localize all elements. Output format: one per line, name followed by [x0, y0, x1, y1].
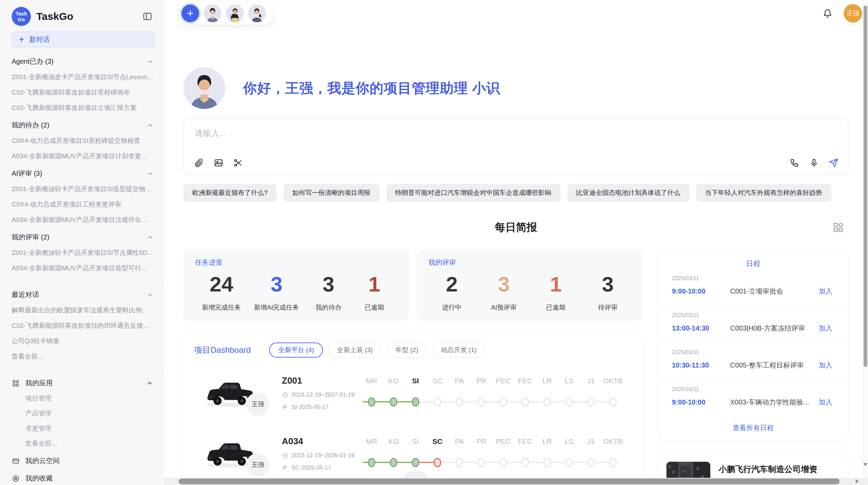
- suggestion-chip[interactable]: 如何写一份清晰的项目周报: [284, 184, 379, 202]
- app-link[interactable]: 变更管理: [25, 424, 154, 433]
- sidebar-group-header[interactable]: 最近对话: [12, 290, 154, 299]
- project-dates-text: 2023-12-19~2027-01-19: [291, 391, 354, 398]
- project-filter-chip[interactable]: 年型 (2): [387, 343, 427, 358]
- milestone-label: PEC: [492, 376, 514, 386]
- schedule-event-title: C003|H0B-方案冻结评审: [730, 324, 812, 333]
- schedule-item[interactable]: 2025/03/11 10:30-11:30 C005-整车工程目标评审 加入: [658, 343, 848, 380]
- stat-value: 3: [591, 272, 624, 296]
- sidebar-group-header[interactable]: 我的待办 (2): [12, 121, 154, 130]
- milestone-label: LR: [536, 376, 558, 386]
- member-avatar[interactable]: [204, 4, 221, 22]
- logo-text-2: Go: [18, 16, 25, 22]
- collapse-sidebar-button[interactable]: [141, 10, 154, 23]
- microphone-button[interactable]: [809, 158, 819, 168]
- screenshot-button[interactable]: [233, 158, 243, 168]
- sidebar-group-header[interactable]: Agent已办 (3): [12, 57, 154, 66]
- sidebar-item-my-apps[interactable]: 我的应用: [12, 378, 154, 388]
- sidebar-item[interactable]: Z001-全新燃油轻卡产品开发项目SI节点属性5D文件评审: [12, 248, 154, 257]
- schedule-row: 9:00-10:00 X003-车辆动力学性能验... 加入: [672, 397, 834, 407]
- schedule-item[interactable]: 2025/03/11 9:00-10:00 X003-车辆动力学性能验... 加…: [658, 380, 848, 416]
- schedule-time: 9:00-10:00: [672, 287, 730, 295]
- join-meeting-button[interactable]: 加入: [817, 286, 834, 296]
- recent-view-all[interactable]: 查看全部...: [12, 352, 154, 361]
- horizontal-scrollbar-thumb[interactable]: [179, 478, 840, 484]
- sidebar-item[interactable]: A034-全新新能源MUV产品开发项目法规符合性评审: [12, 215, 154, 224]
- stat: 1 已逾期: [358, 272, 391, 312]
- sidebar-group-agent-done: Agent已办 (3) Z001-全新燃油皮卡产品开发项目SI节点Lesson …: [12, 57, 154, 112]
- attach-button[interactable]: [194, 158, 204, 168]
- milestone-dot: [456, 458, 463, 467]
- add-member-button[interactable]: [181, 4, 199, 22]
- stat-label: 已逾期: [539, 303, 572, 312]
- sidebar-item[interactable]: Z001-全新燃油皮卡产品开发项目SI节点Lesson Learn报告: [12, 73, 154, 82]
- sidebar-group-header[interactable]: 我的评审 (2): [12, 233, 154, 242]
- sidebar-item-cloud-space[interactable]: 我的云空间: [12, 456, 154, 465]
- voice-call-button[interactable]: [789, 158, 799, 168]
- schedule-item[interactable]: 2025/03/11 9:00-10:00 C001-立项审批会 加入: [658, 269, 848, 306]
- sidebar-item[interactable]: A034-全新新能源MUV产品开发项目计划变更表编写: [12, 152, 154, 161]
- suggestion-chip[interactable]: 特朗普可能对进口汽车增税会对中国车企造成哪些影响: [386, 184, 560, 202]
- project-row[interactable]: 王强 A034 2023-12-19~2026-01-19 SC-2025-05…: [194, 436, 632, 471]
- scroll-right-arrow-icon[interactable]: [856, 479, 859, 483]
- app-link[interactable]: 产品管理: [25, 409, 154, 418]
- recent-chat-item[interactable]: 解释最新出台的欧盟报废车法规再生塑料比例被调至15%...: [12, 306, 154, 315]
- milestone-label: OKTB: [602, 376, 624, 386]
- divider: [0, 370, 164, 370]
- view-all-schedule-button[interactable]: 查看所有日程: [731, 423, 776, 433]
- sidebar-item[interactable]: C02-飞腾新能源轻客改款项目立项汇报方案: [12, 103, 154, 112]
- member-avatar[interactable]: [248, 4, 266, 22]
- stat-card-title: 我的评审: [429, 258, 631, 267]
- sidebar-item[interactable]: C0X4-动力总成开发项目SI里程碑提交物检查: [12, 136, 154, 145]
- sidebar-item[interactable]: Z001-全新燃油轻卡产品开发项目SI造型提交物评审: [12, 185, 154, 194]
- chevron-up-icon: [146, 58, 154, 65]
- scroll-down-arrow-icon[interactable]: [863, 463, 867, 466]
- stat-label: 我的待办: [312, 303, 345, 312]
- vertical-scrollbar-thumb[interactable]: [864, 5, 867, 367]
- topbar: 王强: [183, 0, 848, 27]
- new-chat-button[interactable]: 新对话: [12, 32, 155, 47]
- sidebar-group-list: Z001-全新燃油皮卡产品开发项目SI节点Lesson Learn报告C02-飞…: [12, 73, 154, 112]
- project-filter-chip[interactable]: 动总开发 (1): [432, 343, 485, 358]
- join-meeting-button[interactable]: 加入: [817, 323, 834, 333]
- project-filter-chip[interactable]: 全新平台 (4): [269, 343, 323, 358]
- join-meeting-button[interactable]: 加入: [817, 360, 834, 370]
- dashboard-columns: 任务进度 24 新增完成任务 3 新增AI完成任务: [183, 249, 848, 485]
- apps-view-all[interactable]: 查看全部...: [25, 439, 154, 448]
- project-flag-date: SI-2025-05-17: [282, 404, 361, 411]
- sidebar-item[interactable]: A034-全新新能源MUV产品开发项目造型可行性评审: [12, 264, 154, 273]
- suggestion-chip[interactable]: 比亚迪全固态电池计划具体说了什么: [567, 184, 689, 202]
- milestone-dot: [478, 397, 485, 407]
- project-owner-badge: 王强: [246, 453, 269, 476]
- sidebar-item-favorites[interactable]: 我的收藏: [12, 474, 154, 483]
- schedule-date: 2025/03/11: [672, 312, 834, 319]
- project-filter-chip[interactable]: 全新上装 (3): [328, 343, 382, 358]
- sidebar-group-list: C0X4-动力总成开发项目SI里程碑提交物检查A034-全新新能源MUV产品开发…: [12, 136, 154, 161]
- sidebar: Task Go TaskGo 新对话 Agent已办 (3) Z001-全新燃油…: [0, 0, 164, 485]
- stat: 3 我的待办: [312, 272, 345, 312]
- sidebar-item[interactable]: C0X4-动力总成开发项目工程变更评审: [12, 200, 154, 209]
- schedule-title: 日程: [658, 259, 848, 269]
- suggestion-chip[interactable]: 当下年轻人对汽车外观有怎样的喜好趋势: [696, 184, 831, 202]
- milestone-dot: [565, 397, 573, 407]
- recent-chat-item[interactable]: 公司Q3轻卡销量: [12, 337, 154, 346]
- stat-label: 新增AI完成任务: [254, 303, 299, 312]
- member-avatar[interactable]: [226, 4, 244, 22]
- suggestion-chip[interactable]: 欧洲新规最近颁布了什么?: [183, 184, 277, 202]
- schedule-item[interactable]: 2025/03/11 13:00-14:30 C003|H0B-方案冻结评审 加…: [658, 306, 848, 343]
- join-meeting-button[interactable]: 加入: [817, 397, 834, 407]
- user-avatar[interactable]: 王强: [844, 4, 862, 23]
- new-chat-label: 新对话: [29, 35, 50, 44]
- recent-chat-item[interactable]: C02-飞腾新能源轻客改款项目的闭环通告反馈情况: [12, 321, 154, 330]
- notifications-button[interactable]: [822, 8, 833, 18]
- daily-brief-title: 每日简报: [183, 220, 848, 235]
- sidebar-item[interactable]: C02-飞腾新能源轻客改款项目里程碑画布: [12, 88, 154, 97]
- project-row[interactable]: 王强 Z001 2023-12-19~2027-01-19 SI-2025-05…: [194, 375, 632, 411]
- send-button[interactable]: [829, 158, 839, 168]
- stat: 1 已逾期: [539, 272, 572, 312]
- daily-brief-layout-button[interactable]: [832, 221, 844, 234]
- milestone-dot: [609, 397, 617, 407]
- sidebar-group-header[interactable]: AI评审 (3): [12, 169, 154, 178]
- image-upload-button[interactable]: [214, 158, 224, 168]
- chat-input[interactable]: [194, 127, 725, 152]
- app-link[interactable]: 项目管理: [25, 394, 154, 403]
